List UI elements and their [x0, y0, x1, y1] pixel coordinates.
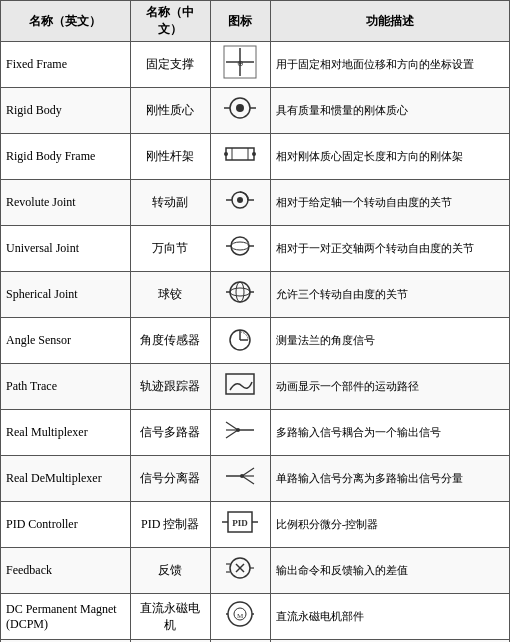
cell-icon	[210, 272, 270, 318]
cell-desc: 直流永磁电机部件	[270, 594, 509, 640]
cell-icon	[210, 456, 270, 502]
header-en: 名称（英文）	[1, 1, 131, 42]
svg-point-37	[240, 474, 244, 478]
header-icon: 图标	[210, 1, 270, 42]
svg-point-21	[230, 282, 250, 302]
svg-text:M: M	[237, 612, 244, 620]
cell-en: Angle Sensor	[1, 318, 131, 364]
cell-en: Path Trace	[1, 364, 131, 410]
cell-en: Rigid Body	[1, 88, 131, 134]
svg-point-5	[236, 104, 244, 112]
cell-en: Real DeMultiplexer	[1, 456, 131, 502]
cell-en: Rigid Body Frame	[1, 134, 131, 180]
cell-en: Fixed Frame	[1, 42, 131, 88]
cell-desc: 输出命令和反馈输入的差值	[270, 548, 509, 594]
svg-line-28	[226, 422, 238, 430]
cell-desc: 单路输入信号分离为多路输出信号分量	[270, 456, 509, 502]
cell-zh: 信号多路器	[130, 410, 210, 456]
table-row: Path Trace轨迹跟踪器 动画显示一个部件的运动路径	[1, 364, 510, 410]
cell-icon	[210, 134, 270, 180]
cell-en: Revolute Joint	[1, 180, 131, 226]
cell-desc: 动画显示一个部件的运动路径	[270, 364, 509, 410]
svg-line-36	[242, 476, 254, 484]
cell-zh: 万向节	[130, 226, 210, 272]
cell-icon: M	[210, 594, 270, 640]
cell-zh: 转动副	[130, 180, 210, 226]
table-row: Real Multiplexer信号多路器 多路输入信号耦合为一个输出信号	[1, 410, 510, 456]
cell-desc: 具有质量和惯量的刚体质心	[270, 88, 509, 134]
cell-zh: PID 控制器	[130, 502, 210, 548]
cell-desc: 允许三个转动自由度的关节	[270, 272, 509, 318]
svg-point-22	[230, 288, 250, 296]
table-row: PID ControllerPID 控制器 PID 比例积分微分-控制器	[1, 502, 510, 548]
table-row: Feedback反馈 输出命令和反馈输入的差值	[1, 548, 510, 594]
cell-en: Spherical Joint	[1, 272, 131, 318]
svg-line-30	[226, 430, 238, 438]
cell-desc: 相对于一对正交轴两个转动自由度的关节	[270, 226, 509, 272]
cell-icon	[210, 88, 270, 134]
cell-icon	[210, 410, 270, 456]
cell-desc: 相对刚体质心固定长度和方向的刚体架	[270, 134, 509, 180]
table-row: Universal Joint万向节 相对于一对正交轴两个转动自由度的关节	[1, 226, 510, 272]
table-row: Revolute Joint转动副 相对于给定轴一个转动自由度的关节	[1, 180, 510, 226]
cell-en: DC Permanent Magnet (DCPM)	[1, 594, 131, 640]
cell-icon	[210, 226, 270, 272]
svg-point-12	[252, 152, 256, 156]
table-row: Rigid Body刚性质心 具有质量和惯量的刚体质心	[1, 88, 510, 134]
svg-line-34	[242, 468, 254, 476]
cell-en: Real Multiplexer	[1, 410, 131, 456]
svg-point-18	[231, 242, 249, 250]
header-desc: 功能描述	[270, 1, 509, 42]
table-row: Rigid Body Frame刚性杆架 相对刚体质心固定长度和方向的刚体架	[1, 134, 510, 180]
cell-icon	[210, 364, 270, 410]
cell-icon: ⊕	[210, 42, 270, 88]
cell-desc: 多路输入信号耦合为一个输出信号	[270, 410, 509, 456]
cell-zh: 刚性质心	[130, 88, 210, 134]
svg-text:⊕: ⊕	[237, 59, 244, 68]
cell-icon: PID	[210, 502, 270, 548]
cell-zh: 球铰	[130, 272, 210, 318]
svg-point-14	[237, 197, 243, 203]
component-table: 名称（英文） 名称（中文） 图标 功能描述 Fixed Frame固定支撑 ⊕ …	[0, 0, 510, 642]
cell-zh: 固定支撑	[130, 42, 210, 88]
svg-point-11	[224, 152, 228, 156]
cell-icon	[210, 180, 270, 226]
table-row: Spherical Joint球铰 允许三个转动自由度的关节	[1, 272, 510, 318]
cell-desc: 用于固定相对地面位移和方向的坐标设置	[270, 42, 509, 88]
cell-zh: 角度传感器	[130, 318, 210, 364]
svg-text:PID: PID	[232, 518, 248, 528]
cell-desc: 相对于给定轴一个转动自由度的关节	[270, 180, 509, 226]
table-row: Fixed Frame固定支撑 ⊕ 用于固定相对地面位移和方向的坐标设置	[1, 42, 510, 88]
table-row: Angle Sensor角度传感器 测量法兰的角度信号	[1, 318, 510, 364]
svg-point-32	[236, 428, 240, 432]
cell-icon	[210, 548, 270, 594]
cell-icon	[210, 318, 270, 364]
cell-zh: 信号分离器	[130, 456, 210, 502]
header-zh: 名称（中文）	[130, 1, 210, 42]
svg-point-17	[231, 237, 249, 255]
svg-rect-8	[226, 148, 254, 160]
cell-zh: 反馈	[130, 548, 210, 594]
cell-desc: 测量法兰的角度信号	[270, 318, 509, 364]
svg-point-23	[236, 282, 244, 302]
cell-desc: 比例积分微分-控制器	[270, 502, 509, 548]
cell-en: Feedback	[1, 548, 131, 594]
cell-zh: 刚性杆架	[130, 134, 210, 180]
table-row: Real DeMultiplexer信号分离器 单路输入信号分离为多路输出信号分…	[1, 456, 510, 502]
table-row: DC Permanent Magnet (DCPM)直流永磁电机 M 直流永磁电…	[1, 594, 510, 640]
cell-en: PID Controller	[1, 502, 131, 548]
cell-zh: 轨迹跟踪器	[130, 364, 210, 410]
cell-en: Universal Joint	[1, 226, 131, 272]
cell-zh: 直流永磁电机	[130, 594, 210, 640]
